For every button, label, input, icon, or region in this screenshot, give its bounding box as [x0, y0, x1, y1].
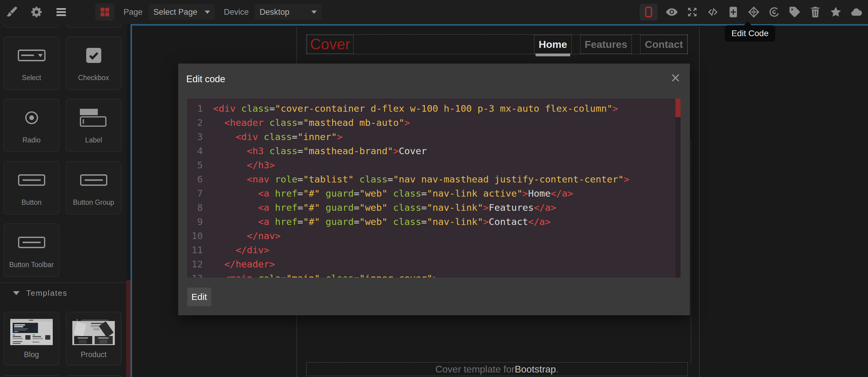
- edit-code-box-icon[interactable]: [747, 6, 760, 19]
- sidebar-scrollbar-thumb[interactable]: [126, 280, 130, 377]
- trash-icon[interactable]: [809, 6, 822, 19]
- modal-title: Edit code: [186, 74, 225, 84]
- code-text: <div class="inner">: [213, 130, 342, 144]
- templates-section-header[interactable]: Templates: [13, 288, 67, 298]
- component-label: Label: [85, 136, 102, 144]
- code-text: <a href="#" guard="web" class="nav-link"…: [213, 201, 556, 215]
- component-label: Button Group: [73, 199, 114, 207]
- line-number: 12: [187, 257, 203, 271]
- code-text: <nav role="tablist" class="nav nav-masth…: [213, 172, 629, 186]
- bootstrap-link[interactable]: Bootstrap: [515, 364, 556, 375]
- editor-scrollbar[interactable]: [675, 99, 681, 278]
- brand-heading[interactable]: Cover: [307, 35, 353, 54]
- code-line: 3 <div class="inner">: [187, 130, 681, 144]
- partial-card: [4, 375, 59, 377]
- toolbar-left-icons: [5, 3, 115, 21]
- button-toolbar-icon: [18, 224, 45, 261]
- masthead-nav: HomeFeaturesContact: [534, 35, 687, 54]
- line-number: 2: [187, 116, 203, 130]
- device-select-value: Desktop: [259, 7, 289, 17]
- main-outline-right: [691, 139, 691, 362]
- canvas-nav-home[interactable]: Home: [534, 35, 571, 54]
- chevron-down-icon: [13, 291, 20, 295]
- refresh-icon[interactable]: [768, 6, 781, 19]
- component-card-checkbox[interactable]: Checkbox: [66, 36, 121, 90]
- component-card-label[interactable]: Label: [66, 99, 121, 152]
- editor-scrollbar-thumb[interactable]: [675, 99, 681, 117]
- fullscreen-icon[interactable]: [686, 6, 699, 19]
- canvas-nav-features[interactable]: Features: [580, 35, 632, 54]
- component-label: Radio: [22, 136, 40, 144]
- tag-icon[interactable]: [788, 6, 801, 19]
- cloud-icon[interactable]: [850, 6, 863, 19]
- component-card-button-group[interactable]: Button Group: [66, 161, 121, 214]
- sidebar-scrollbar[interactable]: [126, 24, 130, 377]
- line-number: 5: [187, 158, 203, 172]
- masthead-element-outline[interactable]: Cover HomeFeaturesContact: [306, 34, 688, 54]
- outline-icon[interactable]: [640, 4, 658, 21]
- template-card-list: BlogProduct: [4, 312, 121, 366]
- blog-thumbnail: [10, 319, 53, 345]
- component-card-button-toolbar[interactable]: Button Toolbar: [4, 224, 59, 277]
- device-select-dropdown[interactable]: Desktop: [255, 4, 321, 20]
- template-card-product[interactable]: Product: [66, 312, 121, 366]
- code-line: 10 </nav>: [187, 229, 681, 243]
- line-number: 13: [187, 271, 203, 278]
- component-card-radio[interactable]: Radio: [4, 99, 59, 152]
- code-text: </nav>: [213, 229, 281, 243]
- code-line: 8 <a href="#" guard="web" class="nav-lin…: [187, 201, 681, 215]
- star-icon[interactable]: [830, 6, 842, 19]
- template-label: Product: [81, 350, 106, 359]
- template-card-blog[interactable]: Blog: [4, 312, 59, 366]
- edit-button[interactable]: Edit: [187, 287, 211, 306]
- code-line: 7 <a href="#" guard="web" class="nav-lin…: [187, 186, 681, 201]
- code-text: </h3>: [213, 158, 275, 172]
- product-thumbnail: [72, 319, 115, 345]
- footer-element-outline[interactable]: Cover template for Bootstrap.: [306, 362, 688, 376]
- page-select-dropdown[interactable]: Select Page: [149, 4, 215, 20]
- code-line: 1<div class="cover-container d-flex w-10…: [187, 101, 681, 116]
- layout-grid-icon[interactable]: [95, 3, 115, 21]
- component-card-list: SelectCheckboxRadioLabelButtonButton Gro…: [4, 36, 121, 277]
- brush-icon[interactable]: [5, 6, 18, 19]
- code-editor[interactable]: 1<div class="cover-container d-flex w-10…: [187, 99, 681, 278]
- edit-code-tooltip: Edit Code: [725, 25, 775, 41]
- partial-card: [66, 24, 121, 28]
- code-line: 4 <h3 class="masthead-brand">Cover: [187, 144, 681, 158]
- checkbox-icon: [86, 37, 101, 74]
- gear-icon[interactable]: [30, 6, 43, 19]
- component-card-button[interactable]: Button: [4, 161, 59, 214]
- components-sidebar: SelectCheckboxRadioLabelButtonButton Gro…: [0, 24, 131, 377]
- tooltip-arrow: [744, 21, 752, 26]
- chevron-down-icon: [205, 10, 210, 14]
- radio-icon: [25, 99, 38, 136]
- code-icon[interactable]: [707, 6, 719, 19]
- close-icon[interactable]: ×: [670, 70, 681, 85]
- code-line: 6 <nav role="tablist" class="nav nav-mas…: [187, 172, 681, 186]
- code-text: <a href="#" guard="web" class="nav-link"…: [213, 215, 551, 229]
- component-card-select[interactable]: Select: [4, 36, 59, 90]
- canvas-nav-contact[interactable]: Contact: [640, 35, 687, 54]
- code-text: <a href="#" guard="web" class="nav-link …: [213, 186, 573, 201]
- button-group-icon: [80, 162, 107, 199]
- footer-text-suffix: .: [556, 364, 559, 375]
- edit-code-modal: Edit code × 1<div class="cover-container…: [178, 64, 690, 315]
- code-line: 5 </h3>: [187, 158, 681, 172]
- code-text: <h3 class="masthead-brand">Cover: [213, 144, 427, 158]
- eye-icon[interactable]: [665, 6, 678, 19]
- partial-card: [66, 375, 121, 377]
- footer-text: Cover template for: [435, 364, 515, 375]
- code-text: <main role="main" class="inner cover">: [213, 271, 438, 278]
- line-number: 7: [187, 186, 203, 201]
- line-number: 8: [187, 201, 203, 215]
- line-number: 9: [187, 215, 203, 229]
- button-icon: [18, 162, 45, 199]
- code-text: </header>: [213, 257, 275, 271]
- component-label: Button: [22, 199, 41, 207]
- line-number: 6: [187, 172, 203, 186]
- menu-icon[interactable]: [55, 6, 67, 19]
- code-line: 12 </header>: [187, 257, 681, 271]
- add-icon[interactable]: [727, 6, 740, 19]
- line-number: 4: [187, 144, 203, 158]
- code-line: 2 <header class="masthead mb-auto">: [187, 116, 681, 130]
